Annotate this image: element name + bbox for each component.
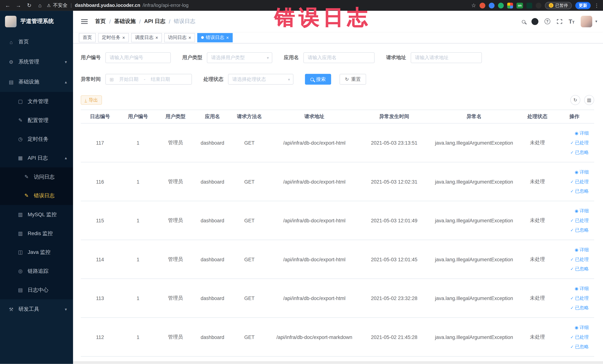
action-ignored[interactable]: ✓已忽略 [555,148,589,157]
filter-label: 异常时间 [81,76,101,83]
content: 用户编号 用户类型 请选择用户类型 ▾ 应用名 [73,43,603,364]
sidebar-item-2[interactable]: ▤基础设施▴ [0,72,73,92]
sidebar-item-8[interactable]: ✎错误日志 [0,186,73,205]
request-url-input[interactable] [411,52,482,63]
close-icon[interactable]: × [188,35,191,40]
sidebar-item-14[interactable]: ⚒研发工具▾ [0,299,73,319]
process-status-select[interactable]: 请选择处理状态 ▾ [228,74,293,84]
breadcrumb-item[interactable]: 基础设施 [114,18,136,25]
cell: 未处理 [520,318,555,357]
columns-button[interactable]: ▥ [584,95,594,105]
cell: /api/infra/db-doc/export-html [268,123,361,162]
horizontal-scrollbar[interactable] [73,361,603,364]
fullscreen-icon[interactable] [556,18,562,24]
update-button[interactable]: 更新 [575,2,591,9]
forward-icon[interactable]: → [15,2,22,8]
table-row: 1171管理员dashboardGET/api/infra/db-doc/exp… [81,123,594,162]
action-processed[interactable]: ✓已处理 [555,177,589,186]
cell: 未处理 [520,279,555,318]
hamburger-icon[interactable] [80,21,89,22]
action-detail[interactable]: ◉详细 [555,167,589,177]
logo[interactable]: 芋道管理系统 [0,11,73,32]
menu-dots-icon[interactable]: ⋮ [594,2,599,8]
sidebar-item-5[interactable]: ◷定时任务 [0,130,73,149]
action-processed[interactable]: ✓已处理 [555,216,589,225]
action-processed[interactable]: ✓已处理 [555,332,589,342]
avatar[interactable] [581,16,592,27]
browser-actions: ☆ on ☺ 已暂停 更新 ⋮ [471,2,599,9]
action-processed[interactable]: ✓已处理 [555,293,589,303]
cell: 2021-05-03 12:01:45 [360,240,428,279]
refresh-button[interactable]: ↻ [570,95,580,105]
exception-time-range-picker[interactable]: ⊞ 开始日期 - 结束日期 [105,74,192,84]
action-ignored[interactable]: ✓已忽略 [555,342,589,351]
sidebar-item-3[interactable]: ▢文件管理 [0,92,73,111]
sidebar-item-7[interactable]: ✎访问日志 [0,167,73,186]
extension-icon-paw[interactable] [536,2,542,8]
gear-icon: ⚙ [8,59,14,65]
back-icon[interactable]: ← [4,2,12,8]
action-processed[interactable]: ✓已处理 [555,138,589,148]
sidebar-item-4[interactable]: ✎配置管理 [0,111,73,130]
close-icon[interactable]: × [155,35,158,40]
profile-paused-badge[interactable]: ☺ 已暂停 [545,2,572,9]
action-detail[interactable]: ◉详细 [555,206,589,216]
user-type-select[interactable]: 请选择用户类型 ▾ [207,52,272,63]
tab-1[interactable]: 定时任务× [98,33,129,42]
cell: GET [231,318,268,357]
extension-icon-green[interactable] [498,2,504,8]
action-detail[interactable]: ◉详细 [555,128,589,138]
font-size-icon[interactable]: TT [569,18,575,25]
sidebar-item-0[interactable]: ⌂首页 [0,32,73,52]
sidebar-item-9[interactable]: ▥MySQL 监控 [0,205,73,224]
tools-icon: ⚒ [8,306,14,312]
app-name-input[interactable] [303,52,375,63]
cell: dashboard [194,162,231,201]
extension-icon-leaf[interactable] [526,2,532,8]
action-detail[interactable]: ◉详细 [555,245,589,254]
extension-icon-orange[interactable] [480,2,485,8]
tab-2[interactable]: 调度日志× [131,33,162,42]
tags-bar: 首页定时任务×调度日志×访问日志×错误日志× [73,32,603,43]
action-ignored[interactable]: ✓已忽略 [555,186,589,196]
browser-home-icon[interactable]: ⌂ [36,2,44,8]
address-bar[interactable]: ⚠ 不安全 | dashboard.yudao.iocoder.cn/infra… [47,2,468,9]
github-icon[interactable] [531,18,538,25]
extension-icon-blue[interactable] [489,2,495,8]
cell: 管理员 [157,240,194,279]
action-ignored[interactable]: ✓已忽略 [555,303,589,313]
sidebar-item-12[interactable]: ◎链路追踪 [0,262,73,281]
action-detail[interactable]: ◉详细 [555,323,589,332]
action-processed[interactable]: ✓已处理 [555,254,589,264]
breadcrumb-item[interactable]: 首页 [95,18,106,25]
sidebar-item-11[interactable]: ◫Java 监控 [0,243,73,262]
breadcrumb-item[interactable]: API 日志 [144,18,165,25]
sidebar-item-10[interactable]: ▥Redis 监控 [0,224,73,243]
check-icon: ✓ [570,305,574,310]
bookmark-star-icon[interactable]: ☆ [471,2,476,8]
sidebar-item-13[interactable]: ▤日志中心 [0,280,73,299]
tab-label: 访问日志 [168,34,187,41]
export-button[interactable]: ↓ 导出 [81,95,102,105]
search-button[interactable]: 搜索 [305,74,331,84]
user-id-input[interactable] [105,52,171,63]
sidebar-item-label: Redis 监控 [28,230,53,237]
close-icon[interactable]: × [226,35,229,40]
tab-4[interactable]: 错误日志× [197,33,233,42]
help-icon[interactable]: ? [545,19,550,24]
tab-3[interactable]: 访问日志× [164,33,195,42]
action-ignored[interactable]: ✓已忽略 [555,225,589,235]
sidebar-item-1[interactable]: ⚙系统管理▾ [0,52,73,72]
sidebar-item-6[interactable]: ▦API 日志▴ [0,149,73,167]
action-detail[interactable]: ◉详细 [555,284,589,293]
chevron-down-icon[interactable]: ▾ [595,19,597,23]
search-icon[interactable] [522,18,525,25]
tab-0[interactable]: 首页 [79,33,96,42]
extension-icon-on[interactable]: on [516,2,523,8]
reload-icon[interactable]: ↻ [25,2,33,8]
action-ignored[interactable]: ✓已忽略 [555,264,589,274]
reset-button[interactable]: ↻ 重置 [340,74,366,84]
extension-icon-grid[interactable] [507,2,513,8]
close-icon[interactable]: × [122,35,125,40]
cell: 117 [81,123,119,162]
